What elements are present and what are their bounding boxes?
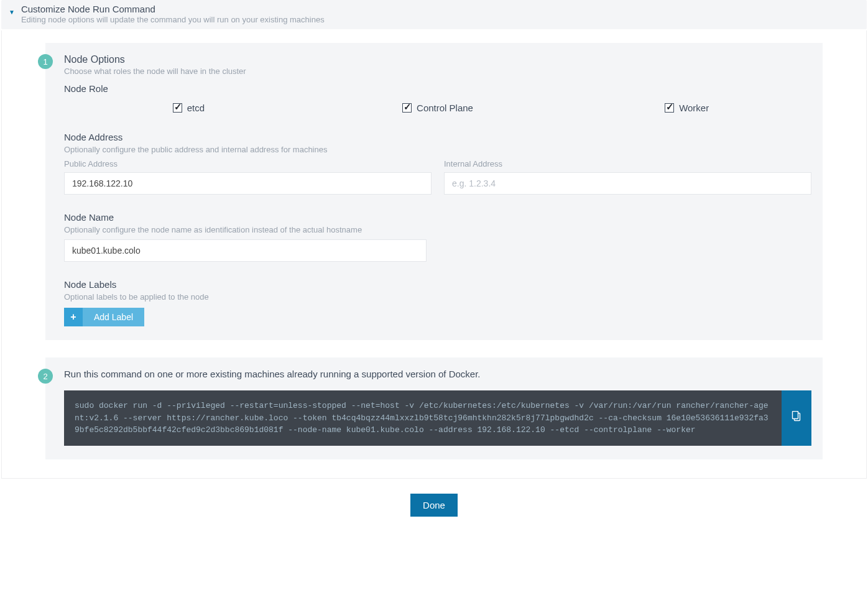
public-address-input[interactable] [64, 172, 432, 195]
svg-rect-1 [793, 412, 798, 419]
clipboard-icon [792, 411, 801, 425]
node-labels-hint: Optional labels to be applied to the nod… [64, 292, 811, 302]
node-address-hint: Optionally configure the public address … [64, 145, 811, 154]
step-1-subtitle: Choose what roles the node will have in … [64, 67, 811, 76]
step-2-badge: 2 [38, 369, 53, 384]
node-name-title: Node Name [64, 212, 811, 223]
role-etcd-label: etcd [187, 103, 205, 113]
step-2-title: Run this command on one or more existing… [64, 369, 811, 379]
role-etcd[interactable]: etcd [64, 103, 313, 113]
command-box[interactable]: sudo docker run -d --privileged --restar… [64, 390, 782, 446]
checkbox-etcd[interactable] [173, 103, 182, 113]
node-address-title: Node Address [64, 132, 811, 142]
node-name-input[interactable] [64, 239, 427, 262]
role-control-plane[interactable]: Control Plane [313, 103, 563, 113]
checkbox-control-plane[interactable] [402, 103, 412, 113]
add-label-button[interactable]: + Add Label [64, 308, 144, 326]
role-control-plane-label: Control Plane [417, 103, 473, 113]
add-label-text: Add Label [83, 308, 144, 326]
step-1-title: Node Options [64, 54, 811, 65]
step-1-badge: 1 [38, 54, 53, 69]
role-worker[interactable]: Worker [562, 103, 811, 113]
public-address-label: Public Address [64, 159, 432, 168]
internal-address-input[interactable] [444, 172, 811, 195]
role-worker-label: Worker [679, 103, 709, 113]
copy-button[interactable] [782, 390, 811, 446]
step-1: 1 Node Options Choose what roles the nod… [45, 43, 823, 340]
panel-title: Customize Node Run Command [21, 4, 325, 14]
node-name-hint: Optionally configure the node name as id… [64, 225, 811, 234]
panel-subtitle: Editing node options will update the com… [21, 15, 325, 24]
step-2: 2 Run this command on one or more existi… [45, 357, 823, 459]
checkbox-worker[interactable] [665, 103, 674, 113]
node-labels-title: Node Labels [64, 279, 811, 290]
internal-address-label: Internal Address [444, 159, 811, 168]
collapse-toggle-icon[interactable]: ▼ [9, 9, 15, 16]
node-role-label: Node Role [64, 83, 811, 94]
plus-icon: + [64, 308, 83, 326]
done-button[interactable]: Done [410, 494, 458, 517]
